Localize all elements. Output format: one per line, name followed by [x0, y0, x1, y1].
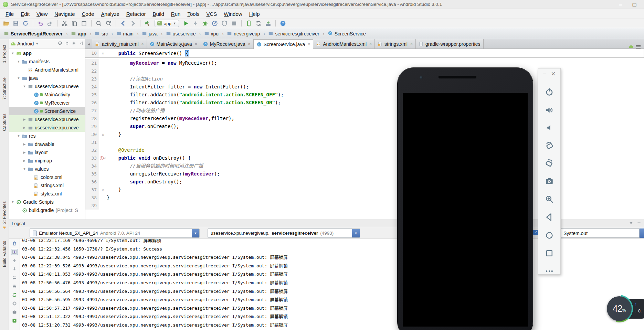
tree-item-mainactivity[interactable]: CMainActivity [9, 91, 85, 99]
tree-expand-icon[interactable]: ▼ [17, 134, 20, 138]
screenshot-icon[interactable] [543, 175, 555, 187]
gear-icon[interactable] [72, 41, 76, 46]
save-icon[interactable] [12, 19, 20, 28]
tree-item-screenservice[interactable]: CScreenService [9, 107, 85, 115]
forward-icon[interactable] [129, 19, 137, 28]
replace-icon[interactable] [104, 19, 113, 28]
minus-icon[interactable] [637, 221, 641, 226]
paste-icon[interactable] [80, 19, 88, 28]
power-icon[interactable] [543, 86, 555, 98]
editor-tab-activity-main-xml[interactable]: activity_main.xml× [92, 39, 147, 49]
menu-item-vcs[interactable]: VCS [203, 10, 220, 18]
tree-item-myreceiver[interactable]: CMyReceiver [9, 99, 85, 107]
tool-window-button-favorites[interactable]: ★2: Favorites [0, 201, 9, 230]
minimize-icon[interactable]: – [543, 71, 546, 77]
tree-expand-icon[interactable]: ▼ [23, 167, 26, 171]
tool-window-button-project[interactable]: 1: Project [0, 45, 9, 63]
minimize-button[interactable]: – [614, 2, 627, 7]
volume-up-icon[interactable] [543, 104, 555, 116]
rotate-right-icon[interactable] [543, 158, 555, 169]
gear-icon[interactable] [629, 221, 633, 226]
editor-tab-androidmanifest-xml[interactable]: AndroidManifest.xml× [313, 39, 375, 49]
chevron-down-icon[interactable]: ▼ [352, 229, 360, 237]
override-method-icon[interactable]: ↑ [100, 156, 104, 160]
chevron-down-icon[interactable]: ▼ [192, 229, 199, 237]
home-icon[interactable] [543, 230, 555, 241]
tree-collapse-icon[interactable]: ▶ [23, 151, 26, 154]
tree-item-mipmap[interactable]: ▶mipmap [9, 157, 85, 165]
filter-dropdown-button[interactable] [640, 228, 644, 238]
tree-expand-icon[interactable]: ▼ [11, 52, 14, 55]
find-icon[interactable] [95, 19, 103, 28]
maximize-button[interactable]: ▢ [627, 2, 641, 7]
menu-item-refactor[interactable]: Refactor [123, 10, 149, 18]
editor-tab-mainactivity-java[interactable]: CMainActivity.java× [147, 39, 200, 49]
undo-icon[interactable] [36, 19, 44, 28]
breadcrumb-item-screenservice[interactable]: CScreenService [327, 31, 367, 36]
close-icon[interactable]: × [308, 42, 310, 47]
fold-marker-icon[interactable]: ⌂ [104, 154, 106, 162]
fold-marker-icon[interactable]: ⌂ [102, 130, 104, 138]
menu-item-run[interactable]: Run [168, 10, 184, 18]
menu-item-view[interactable]: View [33, 10, 51, 18]
emulator-window[interactable] [398, 68, 533, 330]
coverage-icon[interactable] [220, 19, 229, 28]
record-icon[interactable] [11, 318, 18, 324]
tool-window-button-captures[interactable]: Captures [0, 114, 9, 131]
editor-tab-strings-xml[interactable]: strings.xml× [375, 39, 416, 49]
tree-item-build-gradle[interactable]: build.gradle (Project: S [9, 206, 85, 214]
breadcrumb-item-app[interactable]: app [70, 31, 88, 36]
profiler-icon[interactable] [211, 19, 219, 28]
zoom-icon[interactable] [543, 193, 555, 205]
more-icon[interactable] [543, 265, 555, 277]
redo-icon[interactable] [46, 19, 54, 28]
sync-project-icon[interactable] [254, 19, 263, 28]
tree-expand-icon[interactable]: ▼ [11, 200, 14, 204]
volume-down-icon[interactable] [543, 122, 555, 134]
chevron-down-icon[interactable]: ▼ [35, 42, 39, 45]
device-selector[interactable]: Emulator Nexus_5X_API_24 Android 7.0, AP… [30, 228, 200, 238]
fold-marker-icon[interactable]: ⌂ [102, 186, 104, 194]
editor-tab-screenservice-java[interactable]: CScreenService.java× [254, 39, 314, 49]
collapse-icon[interactable] [11, 275, 18, 281]
tree-collapse-icon[interactable]: ▶ [23, 126, 26, 129]
build-icon[interactable] [144, 19, 152, 28]
menu-item-file[interactable]: File [2, 10, 17, 18]
tree-item-app[interactable]: ▼app [9, 49, 85, 57]
menu-item-edit[interactable]: Edit [17, 10, 33, 18]
tool-window-button-variants[interactable]: Build Variants [0, 241, 9, 267]
breadcrumb-item-nevergiveup[interactable]: nevergiveup [226, 31, 261, 36]
down-icon[interactable] [11, 266, 18, 272]
tree-item-java[interactable]: ▼java [9, 74, 85, 82]
tree-item-useservice-xpu-neve[interactable]: ▶useservice.xpu.neve [9, 124, 85, 132]
tree-item-gradle-scripts[interactable]: ▼Gradle Scripts [9, 198, 85, 206]
close-icon[interactable]: × [195, 42, 197, 46]
debug-icon[interactable] [201, 19, 209, 28]
up-icon[interactable] [11, 257, 18, 264]
restart-icon[interactable] [11, 292, 18, 298]
process-selector[interactable]: useservice.xpu.nevergiveup.serviceresgit… [208, 228, 360, 238]
regex-checkbox[interactable]: ✓ [533, 230, 538, 235]
tree-item-drawable[interactable]: ▶drawable [9, 140, 85, 148]
tree-expand-icon[interactable]: ▼ [17, 76, 20, 80]
tool-window-button-structure[interactable]: 7: Structure [0, 77, 9, 100]
tree-item-colors-xml[interactable]: colors.xml [9, 173, 85, 181]
menu-item-code[interactable]: Code [78, 10, 98, 18]
editor-tab-gradle-wrapper-properties[interactable]: gradle-wrapper.properties [416, 39, 484, 49]
editor-list-icon[interactable] [636, 45, 641, 49]
breadcrumb-item-main[interactable]: main [115, 31, 135, 36]
tree-item-useservice-xpu-neve[interactable]: ▼useservice.xpu.neve [9, 82, 85, 91]
close-icon[interactable]: × [141, 42, 144, 46]
run-configuration-selector[interactable]: app▼ [155, 20, 179, 27]
tree-item-res[interactable]: ▼res [9, 132, 85, 140]
avd-icon[interactable] [245, 19, 253, 28]
menu-item-navigate[interactable]: Navigate [51, 10, 78, 18]
breadcrumb-item-xpu[interactable]: xpu [203, 31, 220, 36]
menu-item-help[interactable]: Help [246, 10, 263, 18]
collapse-all-icon[interactable] [65, 41, 69, 46]
close-icon[interactable]: × [369, 42, 372, 46]
project-view-selector[interactable]: Android [17, 41, 34, 46]
menu-item-build[interactable]: Build [149, 10, 167, 18]
copy-icon[interactable] [70, 19, 78, 28]
settings-icon[interactable] [11, 300, 18, 307]
